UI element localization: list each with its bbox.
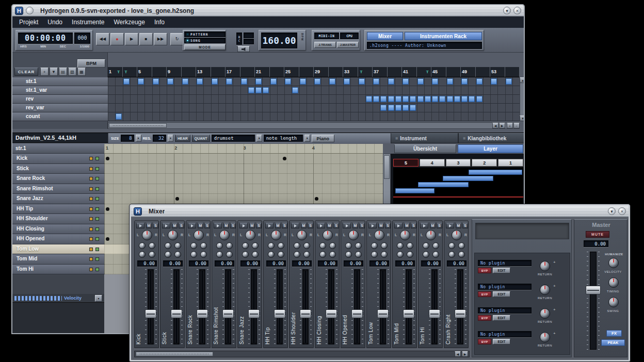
solo-button[interactable]: S	[359, 223, 365, 228]
jack-transport-button[interactable]: J.TRANS	[314, 42, 336, 48]
beat-counter-bar-lcd[interactable]	[244, 39, 254, 44]
pattern-grid-row[interactable]	[104, 164, 383, 174]
fx-send-knob[interactable]	[371, 251, 378, 258]
solo-button[interactable]: S	[308, 223, 313, 228]
play-sample-button[interactable]	[317, 223, 325, 228]
fx-send-knob[interactable]	[242, 242, 249, 249]
drumset-dropdown-button[interactable]: ▾	[256, 135, 262, 142]
fx-send-knob[interactable]	[252, 251, 259, 258]
solo-button[interactable]: S	[385, 223, 391, 228]
pattern-block[interactable]	[447, 78, 453, 85]
pattern-block[interactable]	[241, 78, 247, 85]
pattern-beat-ruler[interactable]: 1234	[104, 144, 383, 154]
mute-button[interactable]: M	[378, 223, 384, 228]
volume-fader[interactable]	[199, 269, 205, 344]
instrument-mute-led[interactable]	[89, 177, 93, 180]
layer-bar[interactable]	[418, 182, 469, 187]
resolution-value-lcd[interactable]: 32	[153, 135, 166, 142]
instrument-row[interactable]: Stick	[12, 164, 104, 174]
pattern-block[interactable]	[153, 78, 159, 85]
pattern-mode-button[interactable]: PATTERN	[184, 31, 226, 37]
pattern-block[interactable]	[469, 96, 475, 102]
record-button[interactable]: ●	[110, 33, 124, 45]
song-track-row[interactable]	[108, 86, 520, 95]
song-track-name[interactable]: str.1	[12, 77, 108, 86]
instrument-solo-led[interactable]	[95, 197, 99, 201]
fx-send-knob[interactable]	[268, 251, 275, 258]
fx-edit-button[interactable]: EDIT	[493, 315, 510, 321]
instrument-solo-led[interactable]	[95, 217, 99, 221]
humanize-timing-knob[interactable]	[608, 277, 619, 288]
layer-number[interactable]: 3	[446, 159, 471, 167]
fx-send-knob[interactable]	[165, 251, 171, 258]
instrument-mute-led[interactable]	[89, 167, 93, 171]
pattern-block[interactable]	[248, 87, 254, 93]
song-timeline-ruler[interactable]: 1591317212529333741454953TTTT	[108, 67, 520, 77]
piano-view-button[interactable]: Piano	[312, 135, 334, 142]
fx-return-knob[interactable]	[540, 261, 550, 271]
solo-button[interactable]: S	[333, 223, 339, 228]
mute-button[interactable]: M	[198, 223, 203, 228]
pattern-block[interactable]	[410, 105, 416, 111]
fx-send-knob[interactable]	[432, 242, 439, 249]
fx-send-knob[interactable]	[381, 242, 388, 249]
fx-name-lcd[interactable]: No plugin	[478, 260, 532, 266]
pattern-block[interactable]	[300, 78, 306, 85]
pattern-block[interactable]	[255, 78, 262, 85]
song-vertical-scrollbar[interactable]: ▲ ▼	[520, 77, 525, 121]
pattern-block[interactable]	[123, 78, 130, 85]
pattern-block[interactable]	[476, 78, 482, 85]
instrument-solo-led[interactable]	[95, 237, 99, 241]
swing-knob[interactable]	[608, 297, 619, 307]
menu-item-instrumente[interactable]: Instrumente	[67, 17, 109, 27]
fx-bypass-button[interactable]: BYP	[478, 315, 491, 321]
instrument-solo-led[interactable]	[95, 177, 99, 180]
fader-handle[interactable]	[171, 309, 182, 318]
pattern-block[interactable]	[410, 96, 416, 102]
play-sample-button[interactable]	[239, 223, 248, 228]
instrument-mute-led[interactable]	[89, 197, 93, 201]
property-dropdown-button[interactable]: ▾	[95, 295, 102, 302]
instrument-rack-toggle-button[interactable]: Instrumenten Rack	[405, 32, 482, 40]
pattern-block[interactable]	[182, 78, 188, 85]
play-sample-button[interactable]	[343, 223, 351, 228]
mixer-toggle-button[interactable]: Mixer	[367, 32, 403, 40]
play-sample-button[interactable]	[136, 223, 144, 228]
instrument-row[interactable]: Snare Rock	[12, 174, 104, 184]
timeline-bpm-button[interactable]: BPM	[77, 59, 105, 68]
mute-button[interactable]: M	[249, 223, 255, 228]
fx-bypass-button[interactable]: BYP	[478, 268, 491, 273]
fx-edit-button[interactable]: EDIT	[493, 268, 510, 273]
fx-send-knob[interactable]	[448, 242, 455, 249]
solo-button[interactable]: S	[282, 223, 287, 228]
fx-send-knob[interactable]	[423, 242, 429, 249]
fader-handle[interactable]	[429, 309, 440, 318]
pattern-block[interactable]	[329, 78, 335, 85]
master-fader[interactable]	[590, 252, 597, 350]
pan-knob[interactable]	[142, 230, 152, 240]
note-length-select[interactable]: note length	[264, 135, 303, 142]
pattern-block[interactable]	[167, 78, 173, 85]
pattern-block[interactable]	[116, 113, 122, 120]
fx-send-knob[interactable]	[242, 251, 249, 258]
volume-fader[interactable]	[277, 269, 283, 344]
fader-handle[interactable]	[455, 309, 466, 318]
solo-button[interactable]: S	[437, 223, 442, 228]
loop-button[interactable]: ↻	[170, 33, 184, 45]
pattern-block[interactable]	[255, 87, 262, 93]
scrollbar-handle[interactable]	[109, 123, 167, 128]
fx-send-knob[interactable]	[458, 251, 465, 258]
draw-mode-button[interactable]: ▧	[68, 68, 76, 76]
fx-send-knob[interactable]	[190, 242, 197, 249]
note-dot[interactable]	[315, 197, 318, 201]
fx-send-knob[interactable]	[345, 251, 352, 258]
menu-item-werkzeuge[interactable]: Werkzeuge	[109, 17, 149, 27]
menu-item-undo[interactable]: Undo	[43, 17, 67, 27]
tab-instrument[interactable]: ≡ Instrument	[391, 133, 458, 143]
instrument-mute-led[interactable]	[89, 227, 93, 231]
pattern-block[interactable]	[359, 78, 365, 85]
size-dropdown-button[interactable]: ▾	[136, 135, 141, 142]
fx-send-knob[interactable]	[319, 251, 326, 258]
fader-handle[interactable]	[197, 309, 208, 318]
layer-number[interactable]: 2	[472, 159, 497, 167]
